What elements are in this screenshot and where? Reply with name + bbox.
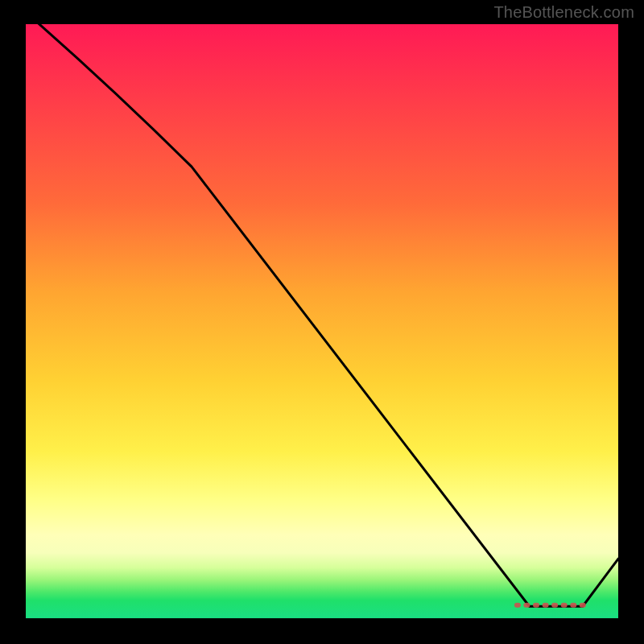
chart-svg	[26, 24, 618, 618]
chart-line	[26, 24, 618, 606]
optimal-marker-dot	[514, 603, 521, 608]
optimal-marker-dot	[551, 603, 558, 608]
optimal-marker-dot	[543, 603, 549, 608]
optimal-marker-dot	[523, 603, 530, 608]
optimal-marker-dot	[570, 603, 576, 608]
plot-area	[26, 24, 618, 618]
optimal-marker-dot	[580, 603, 586, 608]
chart-frame: TheBottleneck.com	[0, 0, 644, 644]
optimal-marker-dot	[533, 603, 539, 608]
optimal-marker-dot	[561, 603, 568, 608]
watermark-text: TheBottleneck.com	[493, 3, 634, 22]
